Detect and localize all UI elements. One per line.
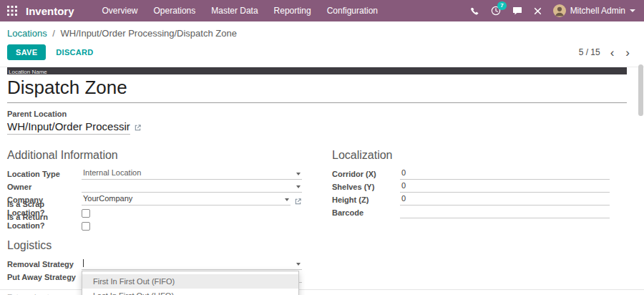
control-panel: Locations / WH/Input/Order Processing/Di…: [0, 21, 644, 67]
dropdown-option-fifo[interactable]: First In First Out (FIFO): [82, 274, 298, 289]
phone-icon[interactable]: [470, 6, 479, 16]
chevron-down-icon: [630, 9, 635, 12]
shelves-input[interactable]: 0: [400, 181, 610, 193]
height-label: Height (Z): [332, 195, 400, 205]
form-actions: SAVE DISCARD 5 / 15 ‹ ›: [7, 44, 631, 67]
shelves-value: 0: [401, 181, 406, 190]
external-link-icon[interactable]: [134, 124, 142, 132]
pager-next-button[interactable]: ›: [624, 47, 631, 59]
return-location-checkbox[interactable]: [82, 222, 90, 231]
removal-strategy-select[interactable]: [82, 258, 302, 270]
chevron-down-icon: [296, 173, 301, 175]
company-select[interactable]: YourCompany: [82, 194, 291, 205]
location-type-row: Location Type Internal Location: [7, 168, 302, 180]
location-name-input[interactable]: Dispatch Zone: [7, 74, 627, 103]
pager-prev-button[interactable]: ‹: [609, 47, 616, 59]
form-columns: Additional Information Location Type Int…: [7, 149, 627, 233]
app-title[interactable]: Inventory: [26, 5, 74, 17]
parent-location-label: Parent Location: [7, 110, 627, 118]
height-input[interactable]: 0: [400, 194, 610, 205]
user-name: Mitchell Admin: [570, 6, 625, 16]
corridor-value: 0: [401, 168, 406, 177]
pager-count: 5 / 15: [579, 47, 600, 57]
chevron-down-icon: [296, 263, 301, 266]
removal-strategy-label: Removal Strategy: [7, 260, 82, 270]
chevron-down-icon: [285, 198, 289, 201]
form-sheet: Location Name Dispatch Zone Parent Locat…: [0, 67, 644, 295]
pager: 5 / 15 ‹ ›: [579, 47, 631, 59]
menu-reporting[interactable]: Reporting: [266, 2, 319, 19]
shelves-row: Shelves (Y) 0: [332, 181, 610, 193]
dropdown-option-lifo[interactable]: Last In First Out (LIFO): [82, 289, 298, 295]
user-avatar: [553, 4, 566, 17]
return-location-row: Is a Return Location?: [7, 220, 302, 231]
return-location-label: Is a Return Location?: [7, 213, 82, 231]
breadcrumb: Locations / WH/Input/Order Processing/Di…: [7, 26, 631, 44]
corridor-label: Corridor (X): [332, 170, 400, 180]
vertical-scrollbar[interactable]: [638, 64, 643, 116]
owner-label: Owner: [7, 183, 82, 193]
close-icon[interactable]: [534, 7, 542, 15]
location-type-value: Internal Location: [83, 168, 141, 177]
menu-master-data[interactable]: Master Data: [203, 2, 265, 19]
location-type-select[interactable]: Internal Location: [82, 168, 302, 180]
breadcrumb-current: WH/Input/Order Processing/Dispatch Zone: [61, 28, 237, 39]
apps-grid-icon[interactable]: [7, 6, 17, 16]
menu-operations[interactable]: Operations: [146, 2, 204, 19]
discard-button[interactable]: DISCARD: [56, 48, 93, 57]
owner-select[interactable]: [82, 182, 302, 193]
menu-overview[interactable]: Overview: [94, 2, 146, 19]
messages-icon[interactable]: [512, 6, 522, 16]
breadcrumb-locations-link[interactable]: Locations: [7, 28, 47, 39]
shelves-label: Shelves (Y): [332, 183, 400, 193]
menu-configuration[interactable]: Configuration: [319, 2, 386, 19]
scrolled-label-strip: Location Name: [7, 67, 627, 74]
removal-strategy-dropdown: First In First Out (FIFO) Last In First …: [82, 271, 299, 295]
corridor-input[interactable]: 0: [400, 168, 610, 180]
removal-strategy-row: Removal Strategy: [7, 258, 302, 270]
location-type-label: Location Type: [7, 170, 82, 180]
owner-row: Owner: [7, 181, 302, 193]
localization-heading: Localization: [332, 149, 610, 162]
activity-count-badge: 7: [497, 1, 506, 10]
location-name-label: Location Name: [9, 69, 47, 74]
user-menu[interactable]: Mitchell Admin: [553, 4, 635, 17]
logistics-heading: Logistics: [7, 239, 302, 252]
top-navbar: Inventory Overview Operations Master Dat…: [0, 0, 644, 21]
chevron-down-icon: [296, 185, 301, 188]
save-button[interactable]: SAVE: [7, 44, 46, 60]
barcode-input[interactable]: [400, 208, 610, 218]
inventory-app-window: Inventory Overview Operations Master Dat…: [0, 0, 644, 295]
navbar-systray: 7 Mitchell Admin: [470, 4, 635, 17]
height-row: Height (Z) 0: [332, 194, 610, 205]
main-menu: Overview Operations Master Data Reportin…: [94, 2, 386, 19]
parent-location-value: WH/Input/Order Processir: [7, 120, 130, 132]
breadcrumb-separator: /: [52, 28, 55, 39]
additional-information-group: Additional Information Location Type Int…: [7, 149, 302, 233]
corridor-row: Corridor (X) 0: [332, 168, 610, 180]
barcode-row: Barcode: [332, 207, 610, 218]
scrap-location-checkbox[interactable]: [82, 209, 90, 218]
text-cursor: [83, 259, 84, 267]
barcode-label: Barcode: [332, 208, 400, 218]
activity-clock-icon[interactable]: 7: [491, 6, 501, 16]
localization-group: Localization Corridor (X) 0 Shelves (Y) …: [332, 149, 627, 233]
company-value: YourCompany: [83, 194, 132, 203]
putaway-strategy-label: Put Away Strategy: [7, 273, 82, 283]
parent-location-input[interactable]: WH/Input/Order Processir: [7, 120, 130, 135]
height-value: 0: [401, 194, 406, 203]
additional-information-heading: Additional Information: [7, 149, 302, 162]
external-link-icon[interactable]: [294, 198, 302, 205]
parent-location-field: Parent Location WH/Input/Order Processir: [7, 110, 627, 135]
logistics-group: Logistics Removal Strategy Put Away Stra…: [7, 239, 302, 283]
